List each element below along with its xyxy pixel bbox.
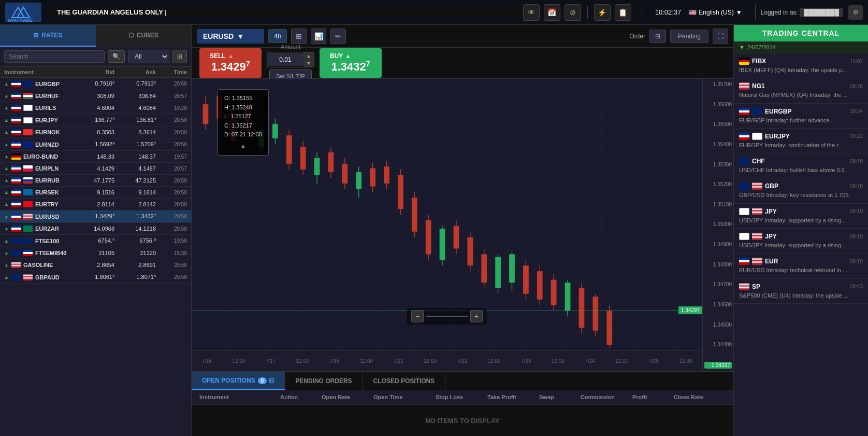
tc-flag-gb: [752, 108, 762, 115]
zoom-out-button[interactable]: −: [411, 310, 424, 322]
instrument-row[interactable]: ▲ EURNOK 8.3503 8.3614 20:58: [0, 126, 191, 138]
instrument-row[interactable]: ▲ EURGBP 0.7910⁵ 0.7913⁵ 20:58: [0, 78, 191, 90]
flag-gb: [23, 238, 33, 244]
chart-tool-candles[interactable]: 📊: [311, 29, 326, 44]
tab-open-positions[interactable]: OPEN POSITIONS 0 ⊟: [192, 372, 285, 390]
instrument-name: ▲ FTSE100: [4, 238, 73, 244]
price-level-label: 1.35100: [704, 202, 732, 207]
calendar-icon[interactable]: 📅: [544, 4, 560, 21]
instrument-row[interactable]: ▲ EURPLN 4.1429 4.1487 20:57: [0, 163, 191, 175]
tc-list-item[interactable]: GBP 09:20 GBP/USD Intraday: key resistan…: [734, 178, 868, 203]
instrument-name: ▲ EURJPY: [4, 117, 73, 123]
buy-button[interactable]: BUY ▲ 1.34327: [320, 48, 382, 78]
ask-price: 9.1614: [114, 189, 156, 195]
time-value: 19:58: [156, 238, 187, 244]
tc-list-item[interactable]: EURGBP 09:24 EUR/GBP Intraday: further a…: [734, 104, 868, 129]
chart-tool-bars[interactable]: ⊞: [291, 29, 307, 44]
instrument-row[interactable]: ▲ EURO-BUND 148.33 148.37 19:57: [0, 151, 191, 163]
clock-display: 10:02:37: [655, 8, 682, 16]
zoom-in-button[interactable]: +: [470, 310, 483, 322]
amount-input[interactable]: [267, 53, 303, 66]
tc-time: 09:22: [850, 133, 863, 139]
bid-price: 1.5692⁹: [73, 141, 114, 148]
ask-price: 2.8142: [114, 201, 156, 207]
trend-up-icon: ▲: [4, 154, 9, 159]
chart-tool-draw[interactable]: ✏: [330, 29, 346, 44]
tab-rates[interactable]: ⊞ RATES: [0, 25, 96, 47]
instrument-row[interactable]: ▲ EURSEK 9.1516 9.1614 20:58: [0, 187, 191, 199]
price-level-label: 1.34297: [704, 362, 732, 369]
amount-up-button[interactable]: ▲: [303, 52, 314, 60]
instrument-row[interactable]: ▲ GASOLINE 2.8654 2.8691 20:58: [0, 259, 191, 271]
svg-rect-18: [286, 135, 292, 164]
tc-list-item[interactable]: JPY 09:19 USD/JPY Intraday: supported by…: [734, 204, 868, 229]
time-axis-label: 12:00: [360, 358, 373, 364]
tab-pending-orders[interactable]: PENDING ORDERS: [285, 372, 363, 390]
flag-tr: [23, 201, 33, 207]
search-button[interactable]: 🔍: [108, 50, 125, 63]
bid-price: 148.33: [73, 153, 114, 160]
symbol-dropdown[interactable]: EURUSD ▼: [197, 29, 264, 44]
tab-closed-positions[interactable]: CLOSED POSITIONS: [363, 372, 446, 390]
instrument-row[interactable]: ▲ GBPAUD 1.8061⁵ 1.8071⁵ 20:58: [0, 271, 191, 284]
tc-list-item[interactable]: NG1 09:26 Natural Gas (NYMEX) (Q4) Intra…: [734, 78, 868, 103]
svg-rect-48: [495, 257, 501, 288]
search-input[interactable]: [4, 50, 105, 63]
price-level-label: 1.34700: [704, 282, 732, 287]
sell-button[interactable]: SELL ▲ 1.34297: [199, 48, 262, 78]
instrument-row[interactable]: ▲ FTSEMIB40 21105 21120 15:38: [0, 247, 191, 259]
time-axis-label: 12:00: [233, 358, 245, 364]
tc-list-item[interactable]: FIBX 10:02 IBEX (MEFF) (Q4) Intraday: th…: [734, 53, 868, 78]
fullscreen-button[interactable]: ⛶: [713, 29, 728, 44]
amount-down-button[interactable]: ▼: [303, 60, 314, 67]
tab-cubes[interactable]: ⬡ CUBES: [96, 25, 192, 47]
tc-list-item[interactable]: SP 08:43 S&P500 (CME) (U4) Intraday: the…: [734, 279, 868, 304]
instrument-row[interactable]: ▲ EURRUB 47.1775 47.2125 20:58: [0, 175, 191, 187]
time-value: 20:58: [156, 142, 187, 147]
cube-icon: ⬡: [128, 32, 134, 39]
table-icon: ⊟: [269, 377, 274, 384]
tc-list-item[interactable]: EURJPY 09:22 EUR/JPY Intraday: continuat…: [734, 129, 868, 153]
instrument-row[interactable]: ▲ EURHUF 308.09 308.84 20:57: [0, 90, 191, 102]
time-axis-label: 12:00: [296, 358, 309, 364]
instrument-row[interactable]: ▲ FTSE100 6754.⁵ 6756.⁰ 19:58: [0, 235, 191, 247]
time-axis-label: 12:00: [552, 358, 565, 364]
eye-icon[interactable]: 👁: [523, 4, 540, 21]
instrument-row[interactable]: ▲ EURILS 4.6004 4.6084 10:28: [0, 102, 191, 114]
tc-time: 09:19: [850, 234, 863, 240]
instrument-row[interactable]: ▲ EURNZD 1.5692⁹ 1.5709⁷ 20:58: [0, 138, 191, 151]
trend-up-icon: ▲: [4, 93, 9, 99]
tc-time: 09:19: [850, 208, 863, 214]
flag-us-small: 🇺🇸: [689, 9, 697, 16]
globe-icon[interactable]: ⊘: [565, 4, 581, 21]
thunder-icon[interactable]: ⚡: [594, 4, 611, 21]
settings-icon[interactable]: ⚙: [848, 5, 863, 20]
current-price-badge: 1.34297: [678, 306, 702, 314]
pending-button[interactable]: Pending: [670, 30, 708, 43]
instrument-name: ▲ EURPLN: [4, 165, 73, 172]
time-value: 20:57: [156, 166, 187, 172]
order-type-button[interactable]: ⊟: [649, 30, 666, 43]
candlestick-tooltip: O: 1.35155 H: 1.35248 L: 1.35127 C: 1.35…: [218, 89, 269, 156]
flag-se: [23, 189, 33, 195]
time-value: 20:58: [156, 130, 187, 135]
copy-icon[interactable]: 📋: [615, 4, 631, 21]
price-level-label: 1.35400: [704, 142, 732, 147]
time-value: 20:58: [156, 117, 187, 123]
instrument-row[interactable]: ▲ EURJPY 136.77⁹ 136.81⁹ 20:58: [0, 114, 191, 126]
language-selector[interactable]: 🇺🇸 English (US) ▼: [689, 9, 742, 16]
tc-flag-eu: [739, 133, 749, 140]
filter-grid-icon[interactable]: ⊞: [172, 50, 187, 63]
tc-list: FIBX 10:02 IBEX (MEFF) (Q4) Intraday: th…: [734, 53, 868, 436]
time-axis-label: 7/21: [393, 358, 403, 364]
grid-icon: ⊞: [33, 32, 38, 39]
filter-dropdown[interactable]: AllEURGBPUSD: [128, 50, 169, 63]
instrument-row[interactable]: ▲ EURUSD 1.3429⁷ 1.3432⁷ 20:58: [0, 210, 191, 223]
bid-price: 9.1516: [73, 189, 114, 195]
tc-list-item[interactable]: EUR 09:18 EUR/USD Intraday: technical re…: [734, 254, 868, 278]
instrument-row[interactable]: ▲ EURZAR 14.0968 14.1218 20:58: [0, 223, 191, 235]
tc-list-item[interactable]: CHF 09:20 USD/CHF Intraday: bullish bias…: [734, 153, 868, 178]
instrument-row[interactable]: ▲ EURTRY 2.8114 2.8142 20:58: [0, 199, 191, 210]
timeframe-4h[interactable]: 4h: [268, 29, 287, 43]
tc-list-item[interactable]: JPY 09:19 USD/JPY Intraday: supported by…: [734, 229, 868, 254]
